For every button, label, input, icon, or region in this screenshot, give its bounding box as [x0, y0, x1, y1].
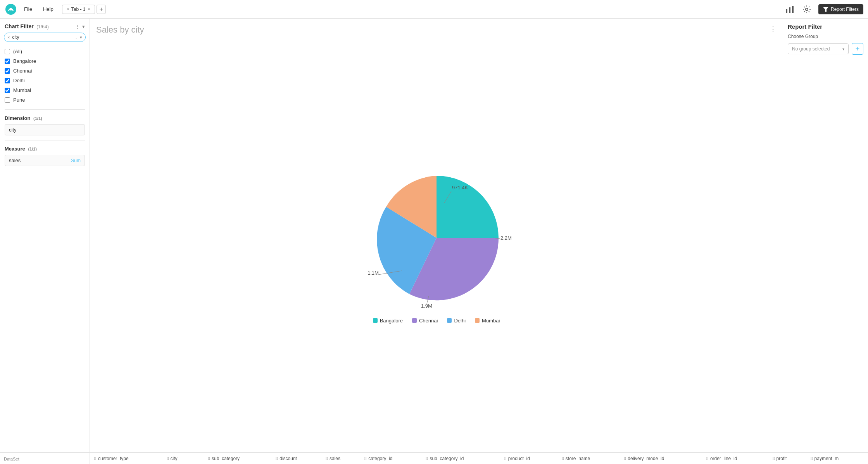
- check-bangalore[interactable]: Bangalore: [5, 56, 85, 66]
- main-layout: Chart Filter (1/64) ⋮ ▾ × city ⋮ ▾ (All): [0, 19, 868, 452]
- measure-chip[interactable]: sales Sum: [5, 155, 85, 166]
- divider-1: [5, 109, 85, 110]
- col-category-id: ⠿category_id: [360, 453, 421, 464]
- report-filter-button[interactable]: Report Filters: [818, 4, 863, 14]
- chart-filter-count: (1/64): [36, 24, 48, 29]
- file-menu[interactable]: File: [20, 5, 36, 14]
- dimension-count: (1/1): [33, 116, 42, 121]
- data-table-section: ⠿customer_type ⠿city ⠿sub_category ⠿disc…: [90, 453, 868, 464]
- dimension-chip[interactable]: city: [5, 124, 85, 135]
- check-label-pune: Pune: [13, 97, 25, 103]
- col-customer-type: ⠿customer_type: [90, 453, 162, 464]
- check-label-mumbai: Mumbai: [13, 87, 31, 93]
- group-select-dropdown[interactable]: No group selected ▾: [788, 43, 849, 54]
- col-sub-category: ⠿sub_category: [204, 453, 271, 464]
- svg-marker-6: [823, 7, 828, 12]
- check-pune[interactable]: Pune: [5, 95, 85, 105]
- check-mumbai[interactable]: Mumbai: [5, 85, 85, 95]
- check-chennai[interactable]: Chennai: [5, 66, 85, 76]
- svg-rect-3: [789, 7, 790, 13]
- col-sub-category-id: ⠿sub_category_id: [421, 453, 500, 464]
- chart-icon[interactable]: [784, 4, 795, 15]
- legend-dot-mumbai: [475, 318, 480, 323]
- chip-label: city: [12, 35, 72, 40]
- col-store-name: ⠿store_name: [557, 453, 620, 464]
- legend-mumbai: Mumbai: [475, 318, 500, 324]
- tab-dropdown-arrow[interactable]: ▾: [67, 7, 69, 11]
- topbar: File Help ▾ Tab - 1 × + Report Filters: [0, 0, 868, 19]
- legend-label-chennai: Chennai: [419, 318, 438, 324]
- legend-dot-delhi: [447, 318, 452, 323]
- tab-add-button[interactable]: +: [97, 5, 106, 14]
- legend-chennai: Chennai: [412, 318, 438, 324]
- checkbox-pune[interactable]: [5, 97, 10, 103]
- col-sales: ⠿sales: [321, 453, 360, 464]
- label-chennai: 1.9M: [421, 303, 432, 309]
- check-all[interactable]: (All): [5, 47, 85, 56]
- checkbox-bangalore[interactable]: [5, 59, 10, 64]
- col-delivery-mode-id: ⠿delivery_mode_id: [620, 453, 702, 464]
- measure-value: sales: [9, 158, 21, 163]
- col-city: ⠿city: [162, 453, 204, 464]
- check-label-chennai: Chennai: [13, 68, 32, 74]
- col-payment: ⠿payment_m: [806, 453, 868, 464]
- legend-label-mumbai: Mumbai: [482, 318, 500, 324]
- bottom-section: DataSet pg store ▾ pos_transaction ⠿cust…: [0, 452, 868, 464]
- col-profit: ⠿profit: [768, 453, 806, 464]
- dimension-section: Dimension (1/1): [0, 113, 90, 123]
- checkbox-chennai[interactable]: [5, 68, 10, 74]
- check-label-bangalore: Bangalore: [13, 58, 36, 64]
- dataset-label: DataSet: [4, 457, 86, 461]
- chart-more-icon[interactable]: ⋮: [770, 25, 777, 33]
- tab-label: Tab - 1: [71, 7, 86, 12]
- city-filter-chip[interactable]: × city ⋮ ▾: [4, 33, 86, 42]
- table-header-row: ⠿customer_type ⠿city ⠿sub_category ⠿disc…: [90, 453, 868, 464]
- add-group-button[interactable]: +: [852, 43, 863, 55]
- chart-legend: Bangalore Chennai Delhi Mumbai: [373, 318, 500, 324]
- group-select-row: No group selected ▾ +: [788, 43, 863, 55]
- filter-collapse-icon[interactable]: ▾: [82, 24, 85, 29]
- checkbox-all[interactable]: [5, 49, 10, 54]
- help-menu[interactable]: Help: [39, 5, 57, 14]
- group-select-chevron: ▾: [842, 47, 844, 51]
- chip-more-icon[interactable]: ⋮: [74, 35, 78, 40]
- svg-rect-2: [786, 9, 787, 13]
- col-discount: ⠿discount: [271, 453, 321, 464]
- measure-count: (1/1): [28, 147, 37, 151]
- topbar-right: Report Filters: [784, 4, 863, 15]
- pie-container: 971.4K 2.2M 1.1M 1.9M Bangalore Chennai: [96, 41, 777, 446]
- checkbox-delhi[interactable]: [5, 78, 10, 83]
- city-checkbox-list: (All) Bangalore Chennai Delhi Mumbai Pun…: [0, 45, 90, 106]
- dataset-panel: DataSet pg store ▾ pos_transaction: [0, 453, 90, 464]
- check-delhi[interactable]: Delhi: [5, 76, 85, 85]
- tab-close[interactable]: ×: [88, 7, 90, 11]
- tab-1[interactable]: ▾ Tab - 1 ×: [62, 5, 95, 14]
- tab-bar: ▾ Tab - 1 × +: [62, 5, 106, 14]
- chart-filter-label: Chart Filter: [5, 23, 34, 29]
- sidebar: Chart Filter (1/64) ⋮ ▾ × city ⋮ ▾ (All): [0, 19, 90, 452]
- legend-dot-chennai: [412, 318, 417, 323]
- legend-delhi: Delhi: [447, 318, 466, 324]
- svg-rect-4: [792, 6, 794, 13]
- no-group-text: No group selected: [792, 46, 830, 52]
- report-filter-label: Report Filters: [831, 7, 859, 12]
- check-label-all: (All): [13, 48, 22, 54]
- chip-x[interactable]: ×: [7, 35, 10, 40]
- filter-more-icon[interactable]: ⋮: [75, 24, 80, 29]
- chip-icons: ⋮ ▾: [74, 35, 82, 40]
- choose-group-label: Choose Group: [788, 34, 863, 39]
- chart-filter-header: Chart Filter (1/64) ⋮ ▾: [0, 19, 90, 33]
- svg-point-5: [806, 8, 808, 10]
- label-bangalore: 2.2M: [500, 235, 512, 241]
- divider-2: [5, 140, 85, 140]
- check-label-delhi: Delhi: [13, 78, 25, 83]
- settings-icon[interactable]: [801, 4, 812, 15]
- legend-bangalore: Bangalore: [373, 318, 403, 324]
- checkbox-mumbai[interactable]: [5, 88, 10, 93]
- chip-expand-icon[interactable]: ▾: [80, 35, 82, 40]
- chart-area: Sales by city ⋮ 971.4K 2.2M 1.1M 1.: [90, 19, 783, 452]
- chart-filter-title: Chart Filter (1/64): [5, 23, 49, 29]
- label-mumbai: 971.4K: [452, 185, 468, 190]
- right-panel-title: Report Filter: [788, 23, 863, 30]
- right-panel: Report Filter Choose Group No group sele…: [783, 19, 868, 452]
